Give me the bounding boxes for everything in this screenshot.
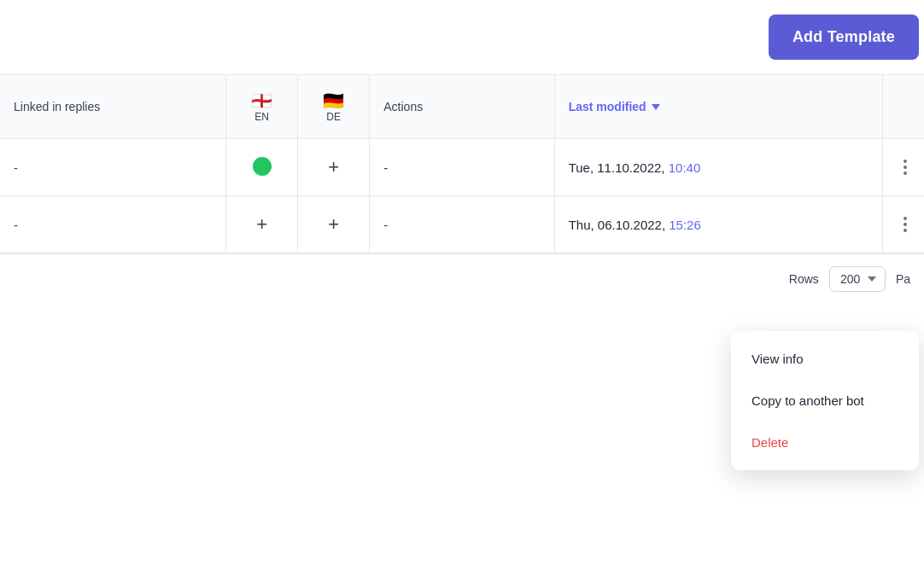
add-template-button[interactable]: Add Template <box>769 15 919 60</box>
footer-pagination: Rows 10 25 50 100 200 Pa <box>0 253 924 304</box>
table-row: - + - Tue, 11.10.2022, 10:40 <box>0 139 924 196</box>
col-linked-header: Linked in replies <box>0 75 225 139</box>
row1-linked: - <box>0 139 225 196</box>
pagination-info: Pa <box>896 272 910 286</box>
sort-arrow-icon <box>652 104 660 110</box>
row2-en-status[interactable]: + <box>225 196 297 253</box>
dropdown-copy-to-bot[interactable]: Copy to another bot <box>731 380 919 422</box>
row2-lastmod: Thu, 06.10.2022, 15:26 <box>554 196 883 253</box>
de-status-plus[interactable]: + <box>328 156 339 177</box>
row1-en-status <box>225 139 297 196</box>
col-actions-header: Actions <box>370 75 554 139</box>
col-lastmod-header[interactable]: Last modified <box>554 75 883 139</box>
context-dropdown-menu: View info Copy to another bot Delete <box>731 331 919 470</box>
en-status-dot <box>253 157 272 176</box>
dropdown-view-info[interactable]: View info <box>731 338 919 380</box>
three-dots-icon <box>904 160 907 175</box>
templates-table: Linked in replies 🏴󠁧󠁢󠁥󠁮󠁧󠁿 EN 🇩🇪 DE Actio… <box>0 75 924 253</box>
row2-menu-button[interactable] <box>897 213 914 236</box>
de-label: DE <box>312 111 355 123</box>
col-de-header: 🇩🇪 DE <box>298 75 370 139</box>
en-label: EN <box>240 111 284 123</box>
row2-menu-cell <box>883 196 924 253</box>
de-status-plus[interactable]: + <box>328 213 339 235</box>
row1-menu-cell <box>883 139 924 196</box>
table-container: Linked in replies 🏴󠁧󠁢󠁥󠁮󠁧󠁿 EN 🇩🇪 DE Actio… <box>0 74 924 253</box>
row1-menu-button[interactable] <box>897 156 914 178</box>
row2-de-status[interactable]: + <box>298 196 370 253</box>
row1-lastmod: Tue, 11.10.2022, 10:40 <box>554 139 883 196</box>
en-status-plus[interactable]: + <box>256 213 267 235</box>
table-row: - + + - Thu, 06.10.2022, 15:26 <box>0 196 924 253</box>
last-modified-sort[interactable]: Last modified <box>569 100 869 113</box>
de-flag: 🇩🇪 <box>312 90 355 111</box>
rows-label: Rows <box>789 272 819 286</box>
row2-linked: - <box>0 196 225 253</box>
three-dots-icon <box>904 217 907 232</box>
dropdown-delete[interactable]: Delete <box>731 422 919 463</box>
top-bar: Add Template <box>0 0 924 74</box>
row1-actions: - <box>370 139 554 196</box>
en-flag: 🏴󠁧󠁢󠁥󠁮󠁧󠁿 <box>240 90 284 111</box>
row2-actions: - <box>370 196 554 253</box>
row1-de-status[interactable]: + <box>298 139 370 196</box>
rows-per-page-select[interactable]: 10 25 50 100 200 <box>829 266 886 292</box>
table-header-row: Linked in replies 🏴󠁧󠁢󠁥󠁮󠁧󠁿 EN 🇩🇪 DE Actio… <box>0 75 924 139</box>
col-en-header: 🏴󠁧󠁢󠁥󠁮󠁧󠁿 EN <box>225 75 297 139</box>
col-menu-header <box>883 75 924 139</box>
